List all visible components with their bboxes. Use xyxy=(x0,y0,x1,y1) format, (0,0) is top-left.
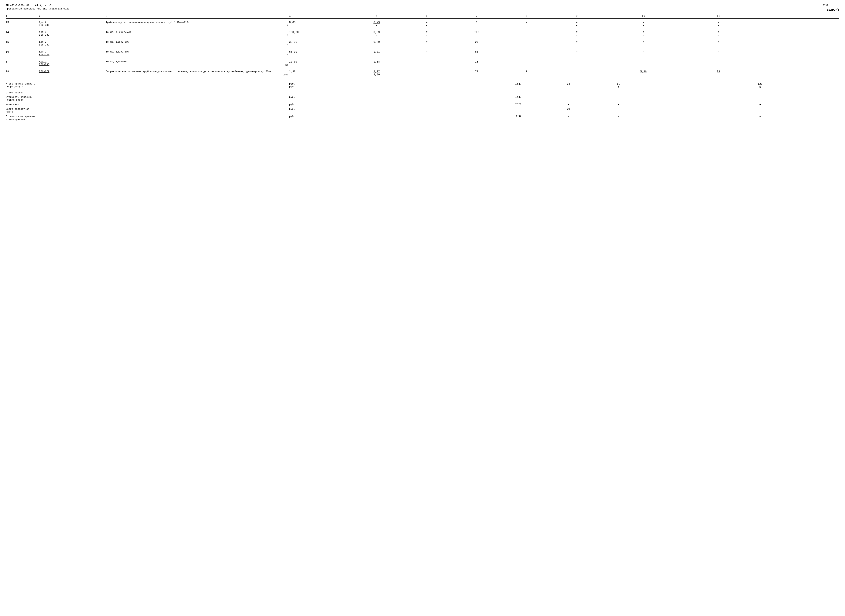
itogo-label: Итого прямые затраты по разделу I xyxy=(6,82,289,88)
row-unit: I00м xyxy=(106,73,289,76)
summary-santech-row: Стоимость сантехни-ческих работ руб. I64… xyxy=(6,95,839,102)
itogo-col11: I23 5 xyxy=(723,82,798,88)
row-col9: = – xyxy=(547,70,606,76)
summary-salary-row: Всего заработнаяплата руб. – 79 – – xyxy=(6,107,839,114)
col-header-6: 6 xyxy=(406,15,448,18)
row-col9: = – xyxy=(547,50,606,56)
row-col5: 0,89 – xyxy=(347,31,406,37)
row-unit: М xyxy=(106,54,289,56)
row-desc: То же, Д40х3мм шт xyxy=(106,60,289,66)
table-row: I5 Доп.2 ЕI6-232 То же, Д25х2,8мм М 30,0… xyxy=(6,39,839,48)
summary-section: Итого прямые затраты по разделу I руб. р… xyxy=(6,82,839,121)
row-col6: = – xyxy=(406,41,448,47)
row-col8: 9 xyxy=(506,70,548,73)
row-id: I3 xyxy=(6,21,39,24)
row-col8: – xyxy=(506,50,548,53)
row-code: ЕI6-2I9 xyxy=(39,70,106,73)
row-col8: – xyxy=(506,41,548,44)
row-id: I4 xyxy=(6,31,39,34)
row-col5: I,0I – xyxy=(347,50,406,56)
summary-materials-row: Материалы руб. I3II – – – xyxy=(6,102,839,107)
row-col7: I0 xyxy=(448,70,506,73)
row-col11: = – xyxy=(681,31,756,37)
row-col10: = – xyxy=(606,41,681,47)
row-col10: = – xyxy=(606,31,681,37)
summary-constructions-row: Стоимость материалови конструкций руб. 2… xyxy=(6,114,839,121)
row-col10: = – xyxy=(606,50,681,56)
row-col11: = – xyxy=(681,41,756,47)
row-id: I5 xyxy=(6,41,39,44)
row-col7: 6 xyxy=(448,21,506,24)
itogo-col8: 74 xyxy=(547,82,589,85)
itogo-col9: II 5 xyxy=(589,82,648,88)
row-col7: 66 xyxy=(448,50,506,53)
row-col6: = – xyxy=(406,60,448,66)
itogo-col7: I647 xyxy=(489,82,548,85)
row-desc: Гидравлическое испытание трубопроводов с… xyxy=(106,70,289,76)
row-col4: 8,00 xyxy=(289,21,348,24)
row-code: Доп.2 ЕI6-233 xyxy=(39,50,106,56)
row-code: Доп.2 ЕI6-232 xyxy=(39,31,106,37)
row-col10: = – xyxy=(606,21,681,27)
data-table: I3 Доп.2 ЕI6-23I Трубопровод из водогазо… xyxy=(6,19,839,78)
row-col9: = – xyxy=(547,60,606,66)
document-header: ТП 4II-I-I57с.89 А1 4, ч. 2 250 Программ… xyxy=(6,4,839,10)
row-col8: – xyxy=(506,21,548,24)
row-desc: Трубопровод из водогазо-проводных легких… xyxy=(106,21,289,27)
col-header-8: 8 xyxy=(506,15,548,18)
col-header-11: II xyxy=(681,15,756,18)
row-col4: I30,00 · xyxy=(289,31,348,34)
col-header-3: 3 xyxy=(106,15,289,18)
row-col11: = – xyxy=(681,21,756,27)
row-code: Доп.2 ЕI6-23I xyxy=(39,21,106,26)
row-col6: = – xyxy=(406,70,448,76)
row-col10: 5,26 – xyxy=(606,70,681,76)
row-col6: = – xyxy=(406,21,448,27)
row-col5: 4,0I 3,80 xyxy=(347,70,406,76)
itogo-row: Итого прямые затраты по разделу I руб. р… xyxy=(6,82,839,89)
row-code: Доп.2 ЕI6-235 xyxy=(39,60,106,66)
row-desc: То же, Д25х2,8мм М xyxy=(106,41,289,47)
row-col11: = – xyxy=(681,60,756,66)
doc-code-bold: А1 4, ч. 2 xyxy=(35,4,51,7)
row-col4: 65,00 xyxy=(289,50,348,53)
row-unit: М xyxy=(106,44,289,47)
row-id: I6 xyxy=(6,50,39,53)
row-col5: I,I8 – xyxy=(347,60,406,66)
col-header-10: I0 xyxy=(606,15,681,18)
stamp: 10207/5 xyxy=(827,8,839,12)
row-desc: То же, Д32х2,8мм М xyxy=(106,50,289,56)
col-header-2: 2 xyxy=(39,15,106,18)
row-col11: I3 – xyxy=(681,70,756,76)
itogo-unit: руб. руб. xyxy=(289,82,331,88)
row-col4: I5,00 xyxy=(289,60,348,63)
row-unit: шт xyxy=(106,63,289,66)
row-col7: II6 xyxy=(448,31,506,34)
col-header-1: I xyxy=(6,15,39,18)
row-col4: 2,48 xyxy=(289,70,348,73)
row-desc: То же, Д 20х2,5мм М xyxy=(106,31,289,37)
row-id: I8 xyxy=(6,70,39,73)
row-col9: = – xyxy=(547,31,606,37)
vtomc-label: в том числе: xyxy=(6,90,839,95)
row-col5: 0,79 – xyxy=(347,21,406,27)
column-headers: I 2 3 4 5 6 7 8 9 I0 II xyxy=(6,14,839,19)
row-unit: М xyxy=(106,24,289,27)
table-row: I7 Доп.2 ЕI6-235 То же, Д40х3мм шт I5,00… xyxy=(6,59,839,68)
row-col10: = – xyxy=(606,60,681,66)
program-label: Программный комплекс АВС ЗЕС (Редакция 6… xyxy=(6,7,69,10)
col-header-9: 9 xyxy=(547,15,606,18)
row-col8: – xyxy=(506,60,548,63)
row-col9: = – xyxy=(547,21,606,27)
col-header-4: 4 xyxy=(289,15,348,18)
table-row: I4 Доп.2 ЕI6-232 То же, Д 20х2,5мм М I30… xyxy=(6,29,839,39)
table-row: I8 ЕI6-2I9 Гидравлическое испытание труб… xyxy=(6,68,839,78)
row-col4: 30,00 xyxy=(289,41,348,44)
row-unit: М xyxy=(106,34,289,37)
row-col11: = – xyxy=(681,50,756,56)
top-dashed-divider xyxy=(6,12,839,12)
row-id: I7 xyxy=(6,60,39,63)
table-row: I6 Доп.2 ЕI6-233 То же, Д32х2,8мм М 65,0… xyxy=(6,48,839,59)
row-col6: = – xyxy=(406,50,448,56)
col-header-5: 5 xyxy=(347,15,406,18)
